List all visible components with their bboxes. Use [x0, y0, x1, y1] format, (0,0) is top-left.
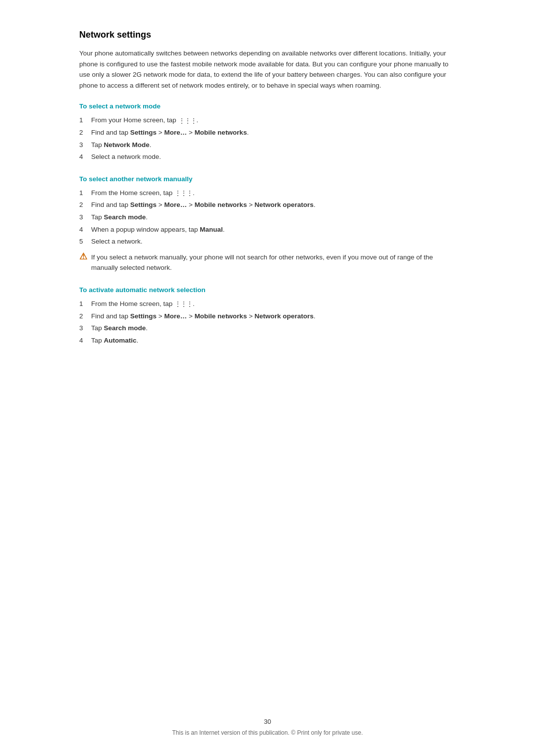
section-heading-1: To select a network mode [79, 102, 456, 110]
section-select-network-manually: To select another network manually 1 Fro… [79, 175, 456, 273]
step-text: From the Home screen, tap ⋮⋮⋮. [91, 299, 456, 309]
step-1-2: 2 Find and tap Settings > More… > Mobile… [79, 127, 456, 138]
intro-paragraph: Your phone automatically switches betwee… [79, 48, 456, 91]
page-number: 30 [0, 718, 535, 725]
step-number: 1 [79, 115, 91, 126]
step-text: Tap Network Mode. [91, 140, 456, 151]
grid-icon: ⋮⋮⋮ [175, 301, 193, 307]
step-number: 2 [79, 311, 91, 322]
grid-icon: ⋮⋮⋮ [179, 118, 197, 124]
page-footer: 30 This is an Internet version of this p… [0, 718, 535, 736]
step-3-4: 4 Tap Automatic. [79, 335, 456, 346]
step-2-1: 1 From the Home screen, tap ⋮⋮⋮. [79, 188, 456, 199]
step-3-2: 2 Find and tap Settings > More… > Mobile… [79, 311, 456, 322]
grid-icon: ⋮⋮⋮ [175, 190, 193, 196]
step-number: 2 [79, 200, 91, 210]
page-title: Network settings [79, 30, 456, 40]
step-text: Find and tap Settings > More… > Mobile n… [91, 311, 456, 322]
step-3-3: 3 Tap Search mode. [79, 323, 456, 334]
step-text: Select a network mode. [91, 151, 456, 162]
step-text: Find and tap Settings > More… > Mobile n… [91, 200, 456, 210]
step-number: 2 [79, 127, 91, 138]
step-text: Tap Automatic. [91, 335, 456, 346]
section-select-network-mode: To select a network mode 1 From your Hom… [79, 102, 456, 162]
step-3-1: 1 From the Home screen, tap ⋮⋮⋮. [79, 299, 456, 309]
step-number: 4 [79, 335, 91, 346]
warning-icon: ⚠ [79, 251, 91, 262]
step-text: From your Home screen, tap ⋮⋮⋮. [91, 115, 456, 126]
steps-list-2: 1 From the Home screen, tap ⋮⋮⋮. 2 Find … [79, 188, 456, 247]
step-2-3: 3 Tap Search mode. [79, 212, 456, 223]
step-number: 3 [79, 212, 91, 223]
step-2-4: 4 When a popup window appears, tap Manua… [79, 224, 456, 235]
steps-list-3: 1 From the Home screen, tap ⋮⋮⋮. 2 Find … [79, 299, 456, 346]
step-1-3: 3 Tap Network Mode. [79, 140, 456, 151]
step-text: When a popup window appears, tap Manual. [91, 224, 456, 235]
step-text: Tap Search mode. [91, 323, 456, 334]
step-number: 4 [79, 151, 91, 162]
step-number: 3 [79, 140, 91, 151]
note-text: If you select a network manually, your p… [91, 252, 456, 273]
section-heading-3: To activate automatic network selection [79, 286, 456, 294]
steps-list-1: 1 From your Home screen, tap ⋮⋮⋮. 2 Find… [79, 115, 456, 162]
step-number: 4 [79, 224, 91, 235]
section-activate-automatic: To activate automatic network selection … [79, 286, 456, 346]
note-box: ⚠ If you select a network manually, your… [79, 252, 456, 273]
step-number: 1 [79, 188, 91, 199]
section-heading-2: To select another network manually [79, 175, 456, 183]
step-text: Find and tap Settings > More… > Mobile n… [91, 127, 456, 138]
step-text: Tap Search mode. [91, 212, 456, 223]
step-text: Select a network. [91, 236, 456, 247]
step-2-5: 5 Select a network. [79, 236, 456, 247]
step-number: 3 [79, 323, 91, 334]
step-1-1: 1 From your Home screen, tap ⋮⋮⋮. [79, 115, 456, 126]
step-number: 5 [79, 236, 91, 247]
footer-note: This is an Internet version of this publ… [172, 729, 363, 736]
step-text: From the Home screen, tap ⋮⋮⋮. [91, 188, 456, 199]
step-number: 1 [79, 299, 91, 309]
page: Network settings Your phone automaticall… [0, 0, 535, 756]
step-1-4: 4 Select a network mode. [79, 151, 456, 162]
step-2-2: 2 Find and tap Settings > More… > Mobile… [79, 200, 456, 210]
